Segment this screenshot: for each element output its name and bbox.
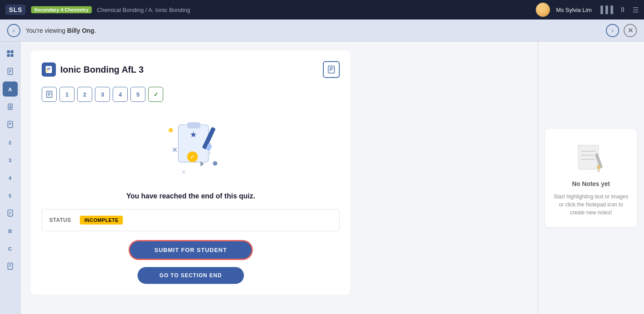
notes-illustration [571, 140, 611, 175]
sidebar-clipboard-icon[interactable] [3, 99, 18, 114]
sidebar-b-icon[interactable]: B [3, 223, 18, 238]
tab-1[interactable]: 1 [59, 87, 75, 102]
svg-text:4: 4 [8, 175, 11, 181]
notes-subtitle: Start highlighting text or images or cli… [552, 193, 630, 217]
viewing-bar-right: › ✕ [606, 24, 637, 37]
tab-2[interactable]: 2 [77, 87, 92, 102]
notes-title: No Notes yet [572, 180, 610, 187]
tab-complete[interactable]: ✓ [148, 87, 163, 102]
sidebar-annotation-icon[interactable]: A [3, 81, 18, 97]
svg-rect-1 [10, 50, 13, 53]
svg-text:5: 5 [8, 193, 11, 198]
sidebar-item-2[interactable] [3, 117, 18, 132]
pause-icon[interactable]: ⏸ [619, 6, 626, 14]
svg-text:A: A [8, 86, 12, 92]
notes-card: No Notes yet Start highlighting text or … [545, 129, 637, 227]
status-label: STATUS [49, 217, 71, 223]
quiz-title: Ionic Bonding AfL 3 [60, 65, 318, 75]
tab-5[interactable]: 5 [130, 87, 145, 102]
quiz-header: $ Ionic Bonding AfL 3 [42, 61, 340, 78]
quiz-illustration: ★ ✓ [42, 112, 340, 183]
svg-rect-31 [328, 66, 334, 73]
status-row: STATUS INCOMPLETE [42, 209, 340, 231]
chart-icon[interactable]: ▐▐▐ [598, 6, 613, 14]
svg-text:✓: ✓ [190, 153, 195, 160]
quiz-card: $ Ionic Bonding AfL 3 1 2 3 4 5 ✓ [31, 50, 350, 295]
quiz-end-message: You have reached the end of this quiz. [42, 192, 340, 200]
sidebar-c-icon[interactable]: C [3, 241, 18, 256]
avatar-image [536, 3, 550, 17]
sidebar-doc3-icon[interactable] [3, 259, 18, 274]
svg-rect-0 [7, 50, 9, 53]
svg-text:3: 3 [8, 158, 11, 163]
content-area: $ Ionic Bonding AfL 3 1 2 3 4 5 ✓ [20, 42, 538, 314]
course-badge: Secondary 4 Chemistry [31, 6, 91, 13]
viewing-text: You're viewing Billy Ong. [26, 27, 606, 34]
menu-icon[interactable]: ☰ [632, 6, 639, 14]
svg-rect-3 [10, 54, 13, 57]
back-button[interactable]: ‹ [7, 24, 20, 37]
svg-rect-48 [187, 122, 200, 128]
breadcrumb: Chemical Bonding / A. Ionic Bonding [97, 7, 530, 13]
sidebar-doc-icon[interactable] [3, 64, 18, 79]
username: Ms Sylvia Lim [556, 7, 592, 13]
sidebar-num-5[interactable]: 5 [3, 188, 18, 203]
goto-section-end-button[interactable]: GO TO SECTION END [137, 267, 244, 284]
sidebar-num-2[interactable]: 2 [3, 135, 18, 150]
quiz-icon: $ [42, 62, 56, 77]
top-nav: SLS Secondary 4 Chemistry Chemical Bondi… [0, 0, 644, 19]
sidebar-doc2-icon[interactable] [3, 205, 18, 221]
tab-3[interactable]: 3 [95, 87, 110, 102]
notes-svg [571, 137, 611, 177]
main-layout: A 2 3 4 5 B C [0, 42, 644, 314]
svg-rect-19 [8, 210, 12, 216]
sls-logo: SLS [5, 4, 26, 15]
svg-point-11 [9, 107, 11, 109]
notes-panel: No Notes yet Start highlighting text or … [538, 42, 644, 314]
svg-text:$: $ [46, 69, 48, 73]
tab-overview[interactable] [42, 87, 57, 102]
close-button[interactable]: ✕ [624, 24, 637, 37]
svg-marker-63 [597, 169, 601, 173]
svg-text:★: ★ [190, 130, 197, 139]
notepad-button[interactable] [323, 61, 340, 78]
page-tabs: 1 2 3 4 5 ✓ [42, 87, 340, 102]
svg-text:B: B [8, 228, 12, 234]
svg-text:C: C [8, 246, 12, 252]
svg-rect-24 [8, 263, 12, 269]
svg-point-39 [169, 128, 173, 132]
tab-4[interactable]: 4 [113, 87, 128, 102]
svg-text:2: 2 [8, 140, 11, 145]
submit-for-student-button[interactable]: SUBMIT FOR STUDENT [129, 240, 253, 260]
status-badge: INCOMPLETE [80, 216, 123, 225]
avatar [536, 3, 550, 17]
svg-rect-57 [578, 145, 598, 169]
quiz-svg-illustration: ★ ✓ [146, 112, 235, 183]
sidebar-grid-icon[interactable] [3, 46, 18, 61]
sidebar-num-4[interactable]: 4 [3, 170, 18, 185]
nav-right: Ms Sylvia Lim ▐▐▐ ⏸ ☰ [536, 3, 639, 17]
left-sidebar: A 2 3 4 5 B C [0, 42, 20, 314]
viewing-bar: ‹ You're viewing Billy Ong. › ✕ [0, 19, 644, 42]
sidebar-num-3[interactable]: 3 [3, 152, 18, 167]
next-button[interactable]: › [606, 24, 619, 37]
svg-point-44 [213, 161, 217, 166]
svg-rect-2 [7, 54, 9, 57]
